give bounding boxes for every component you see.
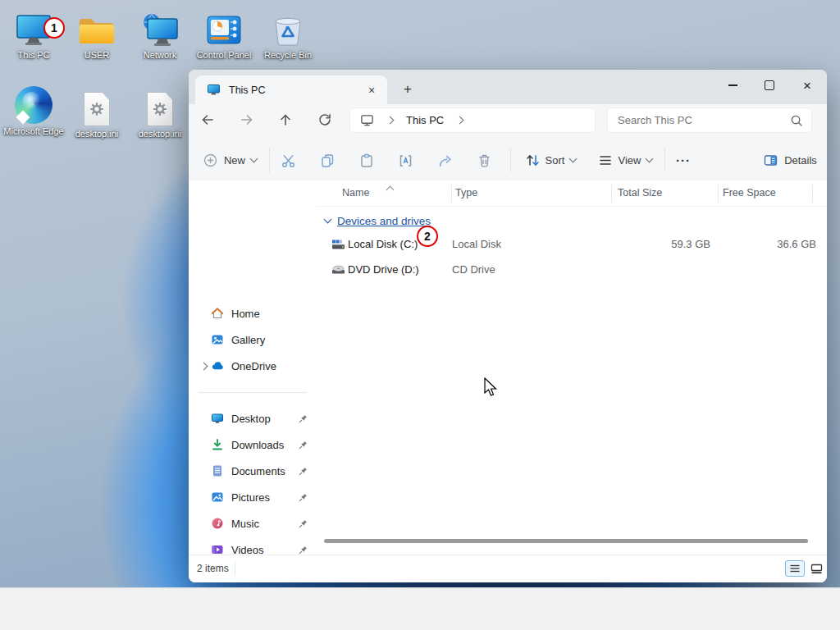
cut-button[interactable]: [273, 145, 303, 175]
sidebar-item-label: Music: [231, 518, 297, 530]
rename-button[interactable]: [390, 145, 420, 175]
desktop-icon-label: desktop.ini: [128, 129, 192, 140]
pin-icon: [297, 519, 308, 528]
sidebar-item-music[interactable]: Music: [192, 512, 313, 535]
onedrive-icon: [210, 359, 225, 372]
column-separator[interactable]: [812, 185, 813, 203]
tab-title: This PC: [229, 84, 354, 96]
desktop-icon-network[interactable]: Network: [128, 8, 192, 62]
desktop-icon-label: Control Panel: [192, 50, 256, 62]
sort-button[interactable]: Sort: [517, 145, 584, 175]
sidebar-item-downloads[interactable]: Downloads: [192, 433, 313, 456]
back-button[interactable]: [194, 106, 221, 134]
paste-icon: [358, 153, 374, 168]
more-options-button[interactable]: ···: [669, 145, 697, 175]
file-type: CD Drive: [452, 263, 495, 276]
horizontal-scrollbar[interactable]: [324, 539, 808, 543]
this-pc-mini-icon: [207, 84, 221, 96]
refresh-button[interactable]: [311, 106, 339, 134]
column-header-free-space[interactable]: Free Space: [723, 187, 776, 199]
view-button[interactable]: View: [591, 145, 660, 175]
column-separator[interactable]: [611, 185, 612, 203]
share-icon: [437, 153, 453, 168]
new-button[interactable]: New: [197, 145, 262, 175]
pin-icon: [297, 467, 308, 476]
tab-this-pc[interactable]: This PC ×: [195, 75, 387, 104]
desktop-icon-desktop-ini-2[interactable]: desktop.ini: [128, 87, 192, 140]
column-header-type[interactable]: Type: [455, 187, 477, 199]
desktop-icon-microsoft-edge[interactable]: Microsoft Edge: [2, 84, 66, 138]
maximize-button[interactable]: [751, 70, 788, 101]
minimize-icon: [728, 84, 737, 86]
sidebar-item-gallery[interactable]: Gallery: [192, 328, 313, 351]
file-type: Local Disk: [452, 238, 501, 250]
pictures-icon: [210, 491, 225, 504]
large-thumbnails-view-toggle[interactable]: [806, 560, 826, 577]
desktop-icon-user-folder[interactable]: USER: [65, 8, 129, 62]
tab-bar: This PC × + ×: [189, 70, 827, 104]
folder-icon: [65, 8, 129, 48]
tab-close-icon[interactable]: ×: [363, 81, 381, 99]
delete-button[interactable]: [469, 145, 499, 175]
pin-icon: [297, 546, 308, 555]
copy-button[interactable]: [313, 145, 342, 175]
group-header-devices-and-drives[interactable]: Devices and drives: [317, 212, 431, 230]
collapse-chevron-icon: [324, 216, 332, 224]
cut-icon: [281, 153, 296, 168]
share-button[interactable]: [430, 145, 459, 175]
file-row-dvd-drive-d[interactable]: DVD Drive (D:) CD Drive: [317, 258, 827, 281]
sidebar-item-pictures[interactable]: Pictures: [192, 486, 313, 509]
more-icon: ···: [676, 153, 691, 167]
column-header-name[interactable]: Name: [342, 187, 369, 199]
explorer-search-box[interactable]: [607, 107, 812, 133]
file-row-local-disk-c[interactable]: Local Disk (C:) Local Disk 59.3 GB 36.6 …: [317, 233, 827, 255]
address-bar[interactable]: This PC: [349, 107, 596, 133]
file-name[interactable]: Local Disk (C:): [348, 238, 418, 250]
chevron-down-icon: [250, 155, 258, 163]
thumbnails-view-icon: [810, 564, 823, 574]
sort-ascending-icon: [386, 186, 395, 194]
sidebar-item-home[interactable]: Home: [192, 302, 313, 325]
new-tab-button[interactable]: +: [397, 79, 418, 100]
sort-button-label: Sort: [546, 154, 565, 167]
desktop-folder-icon: [210, 412, 225, 425]
toolbar-divider: [269, 148, 270, 172]
details-view-toggle[interactable]: [785, 560, 805, 577]
sidebar-item-onedrive[interactable]: OneDrive: [192, 354, 313, 377]
explorer-search-input[interactable]: [616, 113, 790, 127]
minimize-button[interactable]: [714, 70, 751, 101]
file-name[interactable]: DVD Drive (D:): [348, 263, 419, 276]
sidebar-divider: [199, 392, 307, 393]
paste-button[interactable]: [351, 145, 381, 175]
desktop-icon-control-panel[interactable]: Control Panel: [192, 8, 256, 62]
hard-drive-icon: [331, 238, 345, 253]
sidebar-item-documents[interactable]: Documents: [192, 459, 313, 482]
desktop-icon-label: USER: [65, 50, 129, 62]
new-button-label: New: [224, 154, 245, 167]
breadcrumb-chevron-icon[interactable]: [386, 116, 395, 125]
sidebar-item-desktop[interactable]: Desktop: [192, 407, 313, 430]
breadcrumb-location[interactable]: This PC: [406, 114, 444, 126]
desktop-icon-recycle-bin[interactable]: Recycle Bin: [256, 8, 320, 62]
forward-button[interactable]: [233, 106, 261, 134]
sidebar-item-label: OneDrive: [231, 360, 308, 372]
annotation-circle-2: 2: [417, 226, 438, 247]
items-count: 2 items: [197, 563, 229, 574]
details-button-label: Details: [784, 154, 817, 167]
taskbar: ENG 17:57 22/11/2566: [0, 587, 840, 630]
search-icon: [790, 114, 803, 127]
pin-icon: [297, 414, 308, 423]
file-explorer-window: This PC × + × This PC: [189, 70, 827, 582]
up-button[interactable]: [272, 106, 299, 134]
column-separator[interactable]: [718, 185, 719, 203]
desktop-icon-desktop-ini-1[interactable]: desktop.ini: [65, 87, 129, 140]
details-pane-button[interactable]: Details: [755, 145, 825, 175]
view-button-label: View: [619, 154, 641, 167]
desktop-icon-label: desktop.ini: [65, 129, 129, 140]
desktop-icon-label: Microsoft Edge: [2, 126, 66, 138]
close-button[interactable]: ×: [789, 70, 825, 101]
breadcrumb-chevron-icon[interactable]: [456, 116, 464, 125]
desktop-icon-label: This PC: [2, 50, 66, 62]
column-header-total-size[interactable]: Total Size: [618, 187, 662, 199]
column-separator[interactable]: [451, 185, 452, 203]
